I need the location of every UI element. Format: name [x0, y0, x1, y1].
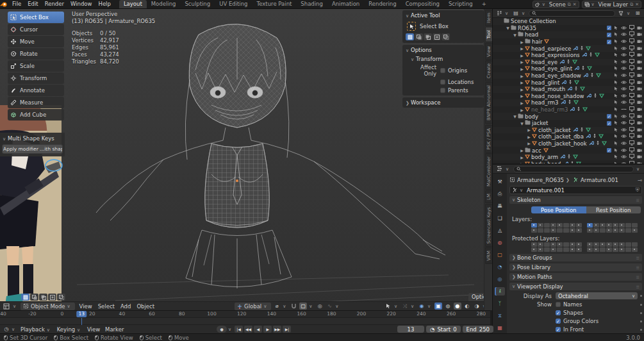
- viewport-visibility-icon[interactable]: [629, 106, 634, 113]
- layer-toggle[interactable]: [625, 242, 631, 247]
- properties-editor-type-icon[interactable]: [495, 165, 503, 172]
- layer-toggle[interactable]: [593, 228, 599, 233]
- select-mode-invert-icon[interactable]: [48, 294, 56, 301]
- xray-toggle-icon[interactable]: ▣: [434, 303, 442, 310]
- tool-annotate[interactable]: Annotate: [8, 85, 64, 96]
- animate-decorator[interactable]: [640, 329, 642, 331]
- checkbox-group-colors[interactable]: ✓: [556, 319, 561, 324]
- selectable-toggle-icon[interactable]: [614, 120, 618, 126]
- viewport-visibility-icon[interactable]: [629, 59, 634, 65]
- properties-tab-scene[interactable]: ◬: [495, 226, 505, 235]
- properties-tab-object[interactable]: ▢: [495, 251, 505, 259]
- expander-icon[interactable]: ▶: [519, 60, 525, 64]
- viewport-visibility-icon[interactable]: [629, 99, 634, 106]
- workspace-header[interactable]: ❯Workspace: [406, 99, 481, 106]
- layer-toggle[interactable]: [632, 228, 638, 233]
- outliner-display-mode-icon[interactable]: [495, 10, 503, 17]
- outliner-row-body_arm[interactable]: ▶body_arm: [493, 154, 644, 161]
- layer-toggle[interactable]: [538, 247, 543, 252]
- outliner-row-body[interactable]: ▼body✓: [493, 113, 644, 120]
- tab-rendering[interactable]: Rendering: [364, 0, 400, 8]
- viewport-visibility-icon[interactable]: [629, 127, 634, 133]
- shading-material-icon[interactable]: ◐: [463, 303, 471, 310]
- selectable-toggle-icon[interactable]: [614, 147, 618, 154]
- selectable-toggle-icon[interactable]: [614, 46, 618, 52]
- auto-keying-record-icon[interactable]: ●: [217, 326, 227, 333]
- layer-toggle[interactable]: [606, 223, 612, 228]
- layer-toggle[interactable]: [619, 242, 625, 247]
- menu-file[interactable]: File: [9, 0, 24, 8]
- layer-toggle[interactable]: [563, 242, 569, 247]
- select-mode-invert-icon[interactable]: [433, 33, 441, 40]
- select-mode-set-icon[interactable]: [21, 294, 29, 301]
- collection-checkbox[interactable]: ✓: [607, 40, 611, 44]
- selectable-toggle-icon[interactable]: [614, 93, 618, 99]
- expander-icon[interactable]: ▶: [519, 155, 525, 160]
- select-mode-intersect-icon[interactable]: [57, 294, 65, 301]
- layer-toggle[interactable]: [538, 223, 543, 228]
- render-visibility-icon[interactable]: [637, 52, 642, 58]
- hide-eye-icon[interactable]: [621, 140, 627, 147]
- layer-toggle[interactable]: [563, 223, 569, 228]
- layer-toggle[interactable]: [632, 247, 638, 252]
- outliner-row-head_eye_shadow[interactable]: ▶head_eye_shadow: [493, 72, 644, 79]
- expander-icon[interactable]: ▼: [512, 33, 518, 37]
- outliner-row-acc[interactable]: ▶acc✓: [493, 147, 644, 154]
- checkbox-parents[interactable]: [440, 88, 445, 93]
- layer-toggle[interactable]: [550, 242, 556, 247]
- expander-icon[interactable]: ▶: [519, 108, 525, 112]
- selectable-toggle-icon[interactable]: [614, 99, 618, 106]
- layer-toggle[interactable]: [613, 242, 618, 247]
- properties-search-input[interactable]: [513, 166, 634, 172]
- end-frame-field[interactable]: End250: [463, 326, 493, 333]
- view-layer-selector[interactable]: ∨ View Layer ⧉ ✕: [582, 1, 641, 8]
- outliner-row-head_nose_shadow[interactable]: ▶head_nose_shadow: [493, 93, 644, 100]
- selectable-toggle-icon[interactable]: [614, 140, 618, 147]
- viewport-visibility-icon[interactable]: [629, 25, 634, 31]
- timeline-menu-view[interactable]: View: [85, 326, 103, 333]
- render-visibility-icon[interactable]: [637, 140, 642, 147]
- start-frame-field[interactable]: ◔ Start0: [426, 326, 461, 333]
- layer-toggle[interactable]: [531, 223, 537, 228]
- viewport-visibility-icon[interactable]: [629, 46, 634, 52]
- properties-tab-tool[interactable]: ⚒: [495, 178, 505, 186]
- render-visibility-icon[interactable]: [637, 93, 642, 99]
- pin-icon[interactable]: ⊸: [638, 177, 642, 183]
- hide-eye-icon[interactable]: [621, 46, 627, 52]
- close-icon[interactable]: ✕: [573, 2, 577, 7]
- selectable-toggle-icon[interactable]: [614, 113, 618, 120]
- expander-icon[interactable]: ▼: [519, 121, 525, 126]
- outliner-row-head_earpiece[interactable]: ▶head_earpiece: [493, 45, 644, 52]
- new-collection-icon[interactable]: ⊞: [634, 10, 641, 17]
- layer-toggle[interactable]: [587, 228, 593, 233]
- shading-wireframe-icon[interactable]: ◍: [444, 303, 452, 310]
- menu-edit[interactable]: Edit: [24, 0, 41, 8]
- timeline-menu-marker[interactable]: Marker: [103, 326, 126, 333]
- layer-toggle[interactable]: [563, 228, 569, 233]
- properties-tab-world[interactable]: ◍: [495, 238, 505, 247]
- hide-eye-icon[interactable]: [621, 106, 627, 113]
- animate-decorator[interactable]: [640, 295, 642, 297]
- layer-toggle[interactable]: [587, 223, 593, 228]
- properties-tab-render[interactable]: ⎙: [495, 190, 505, 198]
- expander-icon[interactable]: ▶: [519, 67, 525, 71]
- viewport-display-panel-header[interactable]: ∨ Viewport Display☰: [509, 283, 642, 290]
- viewport-visibility-icon[interactable]: [629, 31, 634, 38]
- selectable-toggle-icon[interactable]: [614, 72, 618, 79]
- current-frame-field[interactable]: 13: [397, 326, 424, 333]
- viewport-3d[interactable]: User Perspective (13) RO635 | Armature_R…: [0, 9, 490, 310]
- layer-toggle[interactable]: [544, 247, 550, 252]
- viewport-menu-add[interactable]: Add: [119, 303, 133, 310]
- selectable-toggle-icon[interactable]: [614, 127, 618, 133]
- layer-toggle[interactable]: [544, 228, 550, 233]
- hide-eye-icon[interactable]: [621, 127, 627, 133]
- layer-toggle[interactable]: [625, 228, 631, 233]
- expander-icon[interactable]: ▶: [519, 87, 525, 92]
- copy-icon[interactable]: ⧉: [568, 2, 571, 7]
- render-visibility-icon[interactable]: [637, 72, 642, 79]
- render-visibility-icon[interactable]: [637, 154, 642, 160]
- selectable-toggle-icon[interactable]: [614, 79, 618, 86]
- viewport-menu-select[interactable]: Select: [96, 303, 117, 310]
- viewport-visibility-icon[interactable]: [629, 140, 634, 147]
- skeleton-panel-header[interactable]: ∨ Skeleton☰: [509, 196, 642, 204]
